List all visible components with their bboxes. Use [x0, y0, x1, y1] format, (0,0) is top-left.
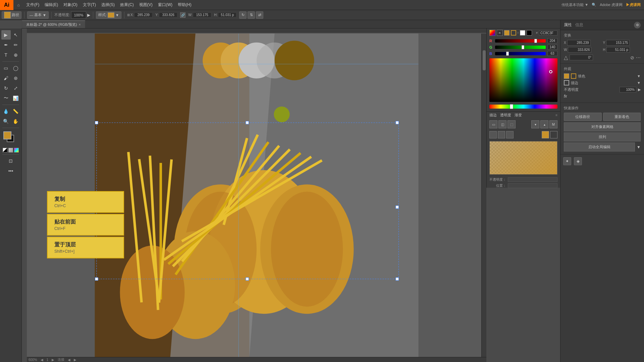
- nav-prev-artboard[interactable]: ◀: [68, 358, 70, 362]
- link-proportions-icon[interactable]: 🔗: [180, 12, 185, 18]
- r-thumb[interactable]: [534, 39, 537, 43]
- direct-select-tool[interactable]: ↖: [11, 30, 20, 40]
- pencil-tool[interactable]: ✏: [11, 40, 20, 50]
- menu-object[interactable]: 对象(O): [61, 0, 80, 10]
- artboard-tool[interactable]: ⊡: [3, 156, 18, 166]
- pen-tool[interactable]: ✒: [1, 40, 11, 50]
- fill-dropdown[interactable]: ▼: [637, 74, 641, 78]
- move-path-btn[interactable]: 位移路径: [564, 113, 602, 121]
- rgb-mode-icon[interactable]: R: [497, 30, 503, 36]
- r-value[interactable]: [547, 38, 557, 43]
- b-thumb[interactable]: [506, 52, 509, 56]
- attr-panel-settings[interactable]: ⚙: [634, 22, 641, 28]
- global-edit-btn[interactable]: 启动全局编辑: [564, 142, 635, 152]
- zoom-status[interactable]: 600%: [29, 358, 37, 362]
- opacity-arrow[interactable]: ▶: [87, 13, 90, 17]
- x-field-input[interactable]: [567, 40, 591, 46]
- lighten-blend-icon[interactable]: ⬚: [507, 120, 516, 128]
- canvas[interactable]: 复制 Ctrl+C 贴在前面 Ctrl+F 置于顶层 Shift+Ctrl+]: [27, 34, 486, 357]
- context-menu-item-paste-front[interactable]: 贴在前面 Ctrl+F: [47, 214, 124, 236]
- swap-colors-icon[interactable]: [14, 148, 19, 153]
- fill-color-swatch-tool[interactable]: [3, 131, 11, 139]
- w-field-input[interactable]: [568, 47, 591, 53]
- opacity-arrow-icon[interactable]: ▶: [638, 87, 641, 92]
- stroke-panel-title[interactable]: 描边: [489, 113, 497, 118]
- g-value[interactable]: [547, 45, 557, 50]
- fill-color-indicator[interactable]: [564, 73, 569, 79]
- color-gradient-picker[interactable]: [489, 58, 557, 102]
- ai-magic-icon[interactable]: ◈: [574, 157, 582, 165]
- warp-tool[interactable]: 〜: [1, 94, 11, 103]
- opacity-up-icon[interactable]: ▴: [540, 120, 548, 128]
- blend-mode-icon2[interactable]: [498, 131, 505, 138]
- context-menu-item-bring-to-front[interactable]: 置于顶层 Shift+Ctrl+]: [47, 237, 124, 258]
- scale-tool[interactable]: ⤢: [11, 83, 20, 93]
- w-input[interactable]: [193, 12, 211, 17]
- arrange-btn[interactable]: 排列: [564, 132, 641, 141]
- paintbrush-tool[interactable]: 🖌: [1, 73, 11, 83]
- text-tool[interactable]: T: [1, 50, 11, 60]
- x-input[interactable]: [134, 12, 153, 17]
- more-options-icon[interactable]: ⋯: [636, 55, 641, 60]
- nav-next-artboard[interactable]: ▶: [74, 358, 76, 362]
- touch-tool[interactable]: ⊕: [11, 50, 20, 60]
- transparency-panel-title[interactable]: 透明度: [500, 113, 511, 118]
- rotate-tool[interactable]: ↻: [1, 83, 11, 93]
- search-icon[interactable]: 🔍: [592, 3, 596, 7]
- fill-preview[interactable]: [504, 30, 509, 36]
- hand-tool[interactable]: ✋: [11, 117, 20, 126]
- gradient-panel-title[interactable]: 渐变: [515, 113, 522, 118]
- h-field-input[interactable]: [606, 47, 630, 53]
- zoom-tool[interactable]: 🔍: [1, 117, 11, 126]
- b-slider[interactable]: [495, 52, 546, 55]
- rotation-input[interactable]: [570, 55, 593, 60]
- opacity-input[interactable]: [71, 11, 86, 19]
- new-fill-btn[interactable]: 重新着色: [603, 113, 641, 121]
- menu-text[interactable]: 文字(T): [80, 0, 99, 10]
- opacity-down-icon[interactable]: ▾: [531, 120, 539, 128]
- darken-blend-icon[interactable]: ◫: [498, 120, 506, 128]
- hue-thumb[interactable]: [510, 104, 513, 109]
- menu-select[interactable]: 选择(S): [99, 0, 117, 10]
- document-tab[interactable]: 未标题-2* @ 600% (RGB/预览) ×: [22, 20, 85, 28]
- nav-arrows-left[interactable]: ◀: [41, 358, 43, 362]
- y-input[interactable]: [159, 12, 177, 17]
- stroke-preview[interactable]: [511, 30, 516, 36]
- menu-help[interactable]: 帮助(H): [175, 0, 194, 10]
- mask-icon[interactable]: M: [549, 120, 557, 128]
- b-value[interactable]: [547, 51, 557, 56]
- stroke-appearance-icon[interactable]: [564, 80, 569, 85]
- color-wheel-icon[interactable]: [489, 30, 495, 36]
- eyedropper-tool[interactable]: 💧: [1, 107, 11, 116]
- panel-menu-icon2[interactable]: ≡: [555, 113, 557, 117]
- menu-file[interactable]: 文件(F): [23, 0, 42, 10]
- position-bar[interactable]: [508, 183, 557, 188]
- context-menu-item-copy[interactable]: 复制 Ctrl+C: [47, 191, 124, 213]
- menu-effect[interactable]: 效果(C): [117, 0, 137, 10]
- blob-brush-tool[interactable]: ⊛: [11, 73, 20, 83]
- align-grid-btn[interactable]: 对齐像素网格: [564, 122, 641, 131]
- flip-btn[interactable]: ⇅: [248, 11, 255, 19]
- menu-window[interactable]: 窗口(W): [155, 0, 175, 10]
- r-slider[interactable]: [495, 39, 546, 43]
- measure-tool[interactable]: 📏: [11, 107, 20, 116]
- stroke-color-indicator[interactable]: [571, 73, 576, 79]
- ellipse-tool[interactable]: ◯: [11, 63, 20, 73]
- normal-blend-icon[interactable]: ▭: [489, 120, 497, 128]
- ai-gen-icon[interactable]: ✦: [563, 157, 571, 165]
- g-thumb[interactable]: [522, 45, 524, 49]
- vscroll-thumb[interactable]: [483, 50, 486, 70]
- g-slider[interactable]: [495, 46, 546, 49]
- hue-slider[interactable]: [489, 105, 557, 109]
- global-edit-dropdown[interactable]: ▼: [637, 145, 641, 149]
- blend-mode-icon3[interactable]: [506, 131, 514, 138]
- default-colors-icon[interactable]: [8, 148, 13, 153]
- vertical-scrollbar[interactable]: [481, 34, 486, 357]
- stroke-selector[interactable]: — 基本 ▼: [27, 11, 49, 19]
- menu-view[interactable]: 视图(V): [137, 0, 155, 10]
- rotate-btn[interactable]: ↻: [239, 11, 247, 19]
- graph-tool[interactable]: 📊: [11, 94, 20, 103]
- tab-close-btn[interactable]: ×: [79, 23, 81, 26]
- workspace-label[interactable]: 传统基本功能 ▼: [561, 2, 588, 7]
- menu-edit[interactable]: 编辑(E): [42, 0, 61, 10]
